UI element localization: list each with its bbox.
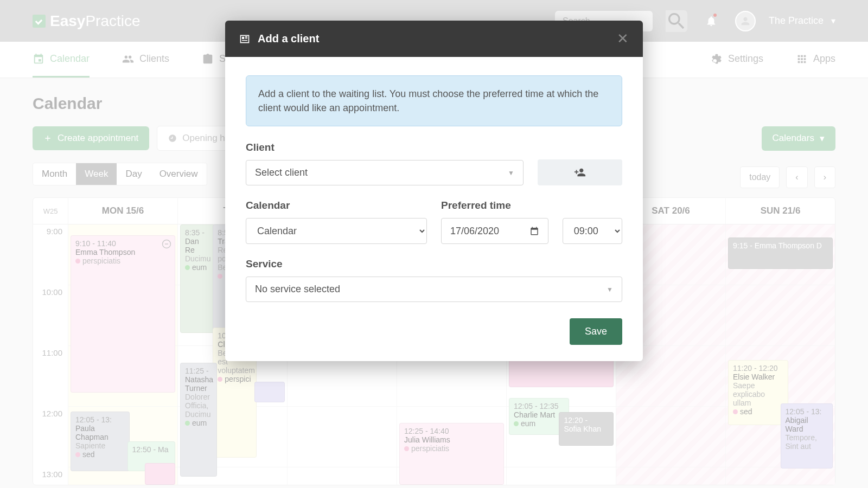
- client-label: Client: [246, 142, 524, 153]
- close-icon[interactable]: ✕: [617, 30, 629, 47]
- calendar-select[interactable]: Calendar: [246, 218, 427, 244]
- chevron-down-icon: ▼: [508, 169, 514, 177]
- calendar-label: Calendar: [246, 200, 427, 211]
- chevron-down-icon: ▼: [607, 286, 613, 293]
- calendar-icon: [529, 226, 539, 236]
- modal-title: Add a client: [258, 33, 319, 45]
- contact-card-icon: [239, 34, 250, 44]
- service-select[interactable]: No service selected ▼: [246, 277, 622, 302]
- add-new-client-button[interactable]: [538, 159, 622, 185]
- person-add-icon: [574, 166, 586, 178]
- date-input[interactable]: 17/06/2020: [441, 218, 548, 244]
- service-label: Service: [246, 258, 622, 270]
- add-client-modal: Add a client ✕ Add a client to the waiti…: [225, 21, 643, 361]
- modal-header: Add a client ✕: [225, 21, 643, 57]
- info-box: Add a client to the waiting list. You mu…: [246, 75, 622, 126]
- preferred-time-label: Preferred time: [441, 200, 622, 211]
- client-select[interactable]: Select client ▼: [246, 160, 524, 185]
- time-select[interactable]: 09:00: [563, 218, 622, 244]
- save-button[interactable]: Save: [570, 318, 622, 345]
